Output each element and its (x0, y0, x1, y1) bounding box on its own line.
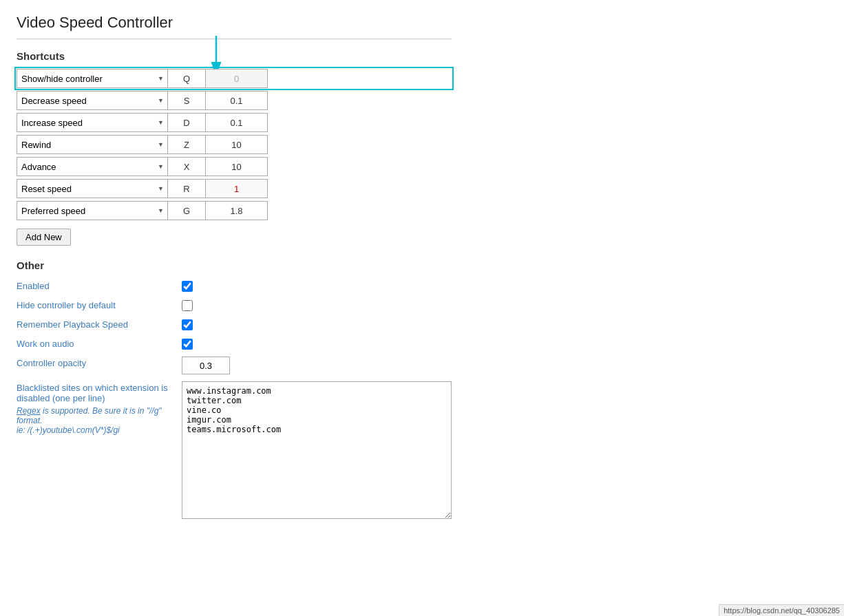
shortcut-value-increase: 0.1 (206, 113, 268, 132)
select-wrapper-rewind: Rewind (17, 135, 168, 154)
shortcut-value-rewind: 10 (206, 135, 268, 154)
shortcut-row-preferred: Preferred speedG1.8 (17, 201, 452, 220)
shortcut-row-reset: Reset speedR1 (17, 179, 452, 198)
other-label-remember-playback: Remember Playback Speed (17, 318, 182, 330)
select-wrapper-increase: Increase speed (17, 113, 168, 132)
select-wrapper-reset: Reset speed (17, 179, 168, 198)
shortcut-key-preferred: G (168, 201, 206, 220)
select-wrapper-decrease: Decrease speed (17, 91, 168, 110)
action-select-show-hide[interactable]: Show/hide controller (17, 69, 168, 88)
shortcut-key-rewind: Z (168, 135, 206, 154)
action-select-increase[interactable]: Increase speed (17, 113, 168, 132)
other-label-blacklisted-sites: Blacklisted sites on which extension is … (17, 381, 182, 403)
other-section: Other EnabledHide controller by defaultR… (17, 259, 452, 519)
checkbox-hide-controller[interactable] (182, 300, 193, 311)
shortcut-row-advance: AdvanceX10 (17, 157, 452, 176)
other-items: EnabledHide controller by defaultRemembe… (17, 279, 452, 519)
shortcut-row-show-hide: Show/hide controllerQ0 (17, 69, 452, 88)
shortcut-key-reset: R (168, 179, 206, 198)
shortcut-key-advance: X (168, 157, 206, 176)
shortcut-rows: Show/hide controllerQ0Decrease speedS0.1… (17, 69, 452, 220)
select-wrapper-advance: Advance (17, 157, 168, 176)
shortcut-value-advance: 10 (206, 157, 268, 176)
other-row-remember-playback: Remember Playback Speed (17, 318, 452, 330)
blacklist-textarea[interactable] (182, 381, 452, 519)
other-label-work-on-audio: Work on audio (17, 337, 182, 349)
other-heading: Other (17, 259, 452, 271)
action-select-preferred[interactable]: Preferred speed (17, 201, 168, 220)
other-row-controller-opacity: Controller opacity (17, 357, 452, 374)
shortcut-row-increase: Increase speedD0.1 (17, 113, 452, 132)
other-row-hide-controller: Hide controller by default (17, 299, 452, 311)
opacity-input[interactable] (182, 357, 230, 374)
other-row-enabled: Enabled (17, 279, 452, 292)
checkbox-work-on-audio[interactable] (182, 339, 193, 350)
select-wrapper-preferred: Preferred speed (17, 201, 168, 220)
select-wrapper-show-hide: Show/hide controller (17, 69, 168, 88)
shortcut-row-decrease: Decrease speedS0.1 (17, 91, 452, 110)
checkbox-remember-playback[interactable] (182, 319, 193, 330)
shortcut-value-reset: 1 (206, 179, 268, 198)
shortcut-key-increase: D (168, 113, 206, 132)
shortcut-value-show-hide: 0 (206, 69, 268, 88)
action-select-rewind[interactable]: Rewind (17, 135, 168, 154)
checkbox-enabled[interactable] (182, 281, 193, 292)
other-row-work-on-audio: Work on audio (17, 337, 452, 350)
other-row-blacklisted-sites: Blacklisted sites on which extension is … (17, 381, 452, 519)
other-label-enabled: Enabled (17, 279, 182, 291)
shortcuts-section: Shortcuts Show/hide controllerQ0Decrease… (17, 50, 452, 246)
shortcut-key-show-hide: Q (168, 69, 206, 88)
shortcut-value-decrease: 0.1 (206, 91, 268, 110)
regex-note: Regex is supported. Be sure it is in "//… (17, 406, 182, 435)
action-select-advance[interactable]: Advance (17, 157, 168, 176)
shortcut-row-rewind: RewindZ10 (17, 135, 452, 154)
shortcuts-heading: Shortcuts (17, 50, 452, 62)
shortcut-key-decrease: S (168, 91, 206, 110)
action-select-reset[interactable]: Reset speed (17, 179, 168, 198)
action-select-decrease[interactable]: Decrease speed (17, 91, 168, 110)
page-title: Video Speed Controller (17, 14, 452, 39)
other-label-hide-controller: Hide controller by default (17, 299, 182, 310)
shortcut-value-preferred: 1.8 (206, 201, 268, 220)
other-label-controller-opacity: Controller opacity (17, 357, 182, 368)
add-new-button[interactable]: Add New (17, 229, 71, 246)
